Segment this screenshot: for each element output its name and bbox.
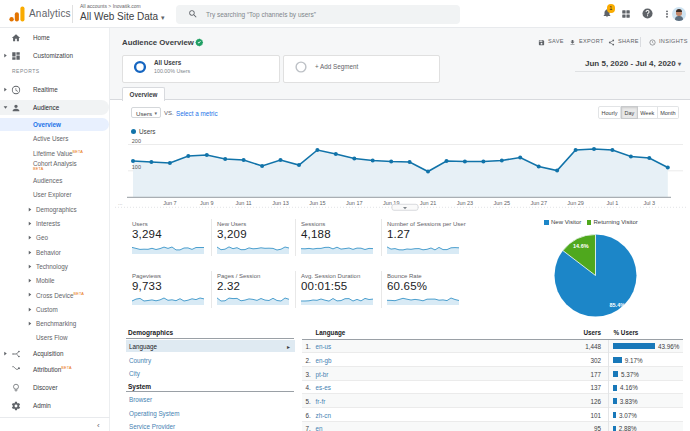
svg-text:Jun 23: Jun 23 bbox=[457, 200, 474, 206]
svg-text:14.6%: 14.6% bbox=[573, 243, 589, 249]
svg-text:Jun 25: Jun 25 bbox=[494, 200, 511, 206]
svg-text:85.4%: 85.4% bbox=[610, 302, 626, 308]
svg-text:Jun 7: Jun 7 bbox=[163, 200, 176, 206]
svg-text:Jun 17: Jun 17 bbox=[346, 200, 363, 206]
svg-text:Jun 9: Jun 9 bbox=[200, 200, 213, 206]
svg-text:Jul 1: Jul 1 bbox=[607, 200, 619, 206]
svg-text:...: ... bbox=[118, 200, 123, 206]
svg-text:Jul 3: Jul 3 bbox=[643, 200, 655, 206]
svg-text:Jun 27: Jun 27 bbox=[530, 200, 547, 206]
svg-text:Jun 15: Jun 15 bbox=[309, 200, 326, 206]
svg-text:100: 100 bbox=[132, 164, 141, 170]
svg-text:Jun 21: Jun 21 bbox=[420, 200, 437, 206]
svg-text:Jun 13: Jun 13 bbox=[272, 200, 289, 206]
svg-text:Jun 11: Jun 11 bbox=[236, 200, 252, 206]
svg-text:200: 200 bbox=[132, 138, 141, 144]
svg-text:Jun 29: Jun 29 bbox=[567, 200, 584, 206]
